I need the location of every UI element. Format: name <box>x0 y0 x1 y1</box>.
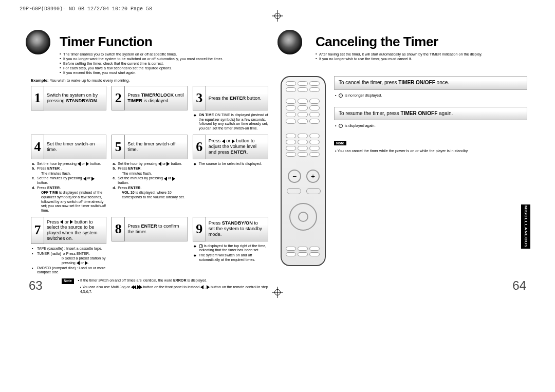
step-3: 3 Press the ENTER button. ON TIME ON TIM… <box>193 86 268 132</box>
step-text: Press STANDBY/ON to set the system to st… <box>206 217 268 241</box>
step-8: 8 Press ENTER to confirm the timer. <box>112 217 187 275</box>
remote-button <box>286 81 296 86</box>
step-number: 4 <box>31 135 44 159</box>
remote-button <box>286 105 296 110</box>
remote-button <box>298 105 308 110</box>
footnote-text: • You can also use Multi Jog or , button… <box>80 285 268 294</box>
remote-dpad <box>289 203 317 231</box>
step-2: 2 Press TIMER/CLOCK until TIMER is displ… <box>112 86 187 132</box>
step-number: 1 <box>31 86 44 110</box>
intro-line: Before setting the timer, check that the… <box>60 61 268 66</box>
step-notes: ON TIME ON TIME is displayed (instead of… <box>193 113 268 132</box>
remote-button <box>298 146 308 151</box>
left-arrow-icon <box>78 162 81 166</box>
step-text: Set the timer switch-on time. <box>44 135 106 159</box>
step-text: Switch the system on by pressing STANDBY… <box>44 86 106 110</box>
intro-list-left: The timer enables you to switch the syst… <box>60 52 268 75</box>
remote-button-row <box>286 134 321 157</box>
remote-button <box>286 112 296 117</box>
remote-button <box>298 81 308 86</box>
remote-enter-button <box>298 212 308 222</box>
remote-button <box>309 140 320 144</box>
step-notes: The source to be selected is displayed. <box>193 161 268 167</box>
remote-button <box>298 112 308 117</box>
footnote-text: • If the timer switch on and off times a… <box>78 278 208 284</box>
note-line: The minutes flash. <box>32 172 106 176</box>
step-notes: Set the hour by pressing or button. Pres… <box>31 161 106 214</box>
page-title-left: Timer Function <box>60 34 268 50</box>
remote-button <box>309 99 320 104</box>
footnotes: Note • If the timer switch on and off ti… <box>31 278 268 294</box>
step-number: 6 <box>193 135 206 159</box>
note-line: Press ENTER. <box>113 166 187 171</box>
remote-button <box>309 112 320 117</box>
note-line: Set the hour by pressing or button. <box>32 162 106 166</box>
step-6: 6 Press or button to adjust the volume l… <box>193 135 268 214</box>
step-text: Press or button to adjust the volume lev… <box>206 135 268 159</box>
remote-button <box>309 134 320 138</box>
remote-button <box>286 247 296 251</box>
remote-button <box>298 134 308 138</box>
note-line: Set the minutes by pressing or button. <box>113 176 187 185</box>
clock-icon <box>199 244 203 248</box>
intro-line: If you no longer want the system to be s… <box>60 57 268 61</box>
cancel-step-1-note: • is no longer displayed. <box>335 93 526 98</box>
step-number: 9 <box>193 217 206 241</box>
remote-button <box>298 87 308 92</box>
left-arrow-icon <box>200 285 203 289</box>
left-arrow-icon <box>164 177 167 181</box>
note-line: TAPE (cassette) : Insert a cassette tape… <box>32 247 106 251</box>
remote-button <box>309 146 320 151</box>
step-number: 5 <box>112 135 125 159</box>
page-number-left: 63 <box>29 278 43 293</box>
remote-button <box>298 252 308 256</box>
cancel-step-2: To resume the timer, press TIMER ON/OFF … <box>334 107 527 121</box>
remote-button <box>306 188 321 194</box>
remote-button <box>286 152 296 157</box>
remote-button <box>309 152 320 157</box>
note-line: The source to be selected is displayed. <box>194 162 268 166</box>
step-text: Press ENTER to confirm the timer. <box>125 217 187 241</box>
intro-line: If you exceed this time, you must start … <box>60 70 268 75</box>
step-notes: is displayed to the top right of the tim… <box>193 244 268 263</box>
remote-button <box>298 99 308 104</box>
intro-line: The timer enables you to switch the syst… <box>60 52 268 57</box>
example-text: You wish to wake up to music every morni… <box>50 78 130 83</box>
cancel-note-text: • You can cancel the timer while the pow… <box>335 148 526 153</box>
remote-plus-button: + <box>306 170 320 183</box>
step-4: 4 Set the timer switch-on time. Set the … <box>31 135 106 214</box>
skip-prev-icon <box>133 285 136 289</box>
step-number: 7 <box>31 217 44 244</box>
steps-grid: 1 Switch the system on by pressing STAND… <box>31 86 268 275</box>
page-title-right: Canceling the Timer <box>316 34 524 50</box>
note-line: OFF TIME is displayed (instead of the eq… <box>32 191 106 213</box>
remote-minus-button: − <box>288 170 301 183</box>
note-line: Set the minutes by pressing or button. <box>32 176 106 185</box>
example-label: Example: <box>31 78 49 83</box>
remote-button <box>309 87 320 92</box>
remote-button-row <box>286 81 321 92</box>
note-line: ON TIME ON TIME is displayed (instead of… <box>194 113 268 131</box>
intro-list-right: After having set the timer, it will star… <box>316 52 524 61</box>
remote-button <box>287 188 301 194</box>
remote-button <box>286 99 296 104</box>
step-number: 2 <box>112 86 125 110</box>
step-5: 5 Set the timer switch-off time. Set the… <box>112 135 187 214</box>
note-line: b Select a preset station by pressing or… <box>32 256 106 265</box>
page-spread: Timer Function The timer enables you to … <box>26 25 529 287</box>
step-text: Press or button to select the source to … <box>44 217 106 244</box>
speaker-icon <box>26 30 50 54</box>
remote-button <box>309 119 320 124</box>
remote-button <box>286 252 296 256</box>
registration-mark-top <box>273 11 282 21</box>
cancel-steps: To cancel the timer, press TIMER ON/OFF … <box>334 76 527 162</box>
note-line: The minutes flash. <box>113 172 187 176</box>
step-text: Set the timer switch-off time. <box>125 135 187 159</box>
note-line: VOL 10 is displayed, where 10 correspond… <box>113 191 187 199</box>
cancel-step-2-note: • is displayed again. <box>335 123 526 128</box>
remote-button <box>309 247 320 251</box>
note-badge: Note <box>62 278 74 284</box>
right-arrow-icon <box>91 177 95 181</box>
remote-button <box>286 119 296 124</box>
note-line: TUNER (radio) a Press ENTER. <box>32 252 106 256</box>
